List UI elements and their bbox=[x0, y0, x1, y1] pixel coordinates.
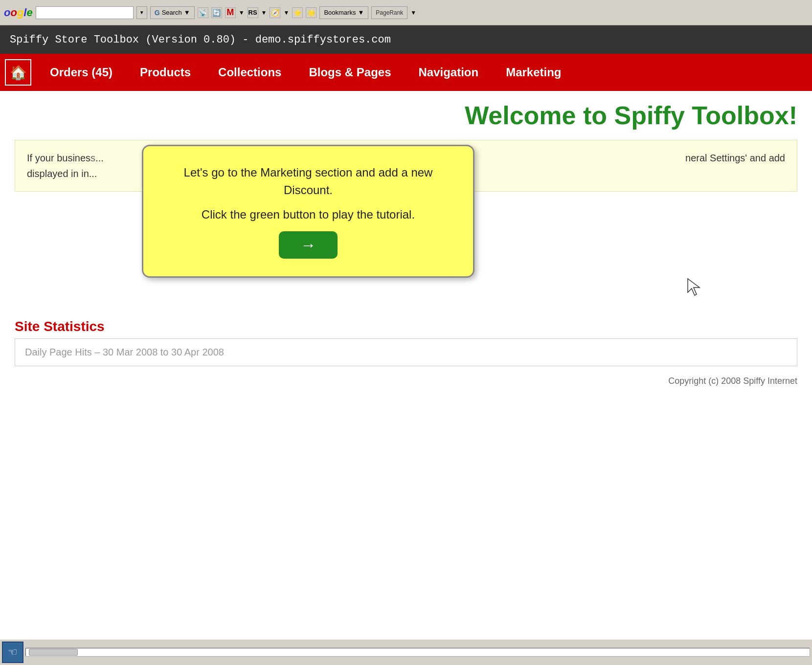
bookmarks-label: Bookmarks bbox=[324, 9, 356, 16]
rs-dropdown-icon[interactable]: ▼ bbox=[261, 9, 267, 16]
search-dropdown[interactable]: ▼ bbox=[136, 6, 147, 19]
tooltip-line2: Click the green button to play the tutor… bbox=[163, 206, 453, 223]
pagerank-box: PageRank bbox=[371, 6, 407, 19]
bookmarks-dropdown-icon: ▼ bbox=[358, 9, 364, 16]
rs-icon[interactable]: RS bbox=[248, 7, 258, 18]
nav-marketing[interactable]: Marketing bbox=[492, 54, 575, 91]
stats-label: Daily Page Hits – 30 Mar 2008 to 30 Apr … bbox=[25, 347, 224, 357]
nav-blogs[interactable]: Blogs & Pages bbox=[295, 54, 405, 91]
main-content: Welcome to Spiffy Toolbox! If your busin… bbox=[0, 91, 812, 396]
bookmark-star-icon[interactable]: ⭐ bbox=[292, 7, 303, 18]
mail-icon[interactable]: M bbox=[225, 7, 236, 18]
refresh-icon[interactable]: 🔄 bbox=[211, 7, 222, 18]
pagerank-label: PageRank bbox=[376, 9, 403, 16]
welcome-title: Welcome to Spiffy Toolbox! bbox=[15, 101, 797, 130]
google-logo: oogle bbox=[4, 6, 33, 19]
search-box bbox=[36, 6, 134, 19]
arrow-right-icon: → bbox=[300, 236, 316, 254]
svg-marker-0 bbox=[688, 279, 699, 295]
home-button[interactable]: 🏠 bbox=[5, 59, 31, 86]
tooltip-popup: Let's go to the Marketing section and ad… bbox=[142, 145, 474, 278]
star-icon2[interactable]: 🌟 bbox=[306, 7, 316, 18]
bookmarks-button[interactable]: Bookmarks ▼ bbox=[319, 6, 368, 19]
scroll-left-button[interactable]: ☜ bbox=[2, 642, 23, 663]
pagerank-dropdown-icon[interactable]: ▼ bbox=[410, 9, 416, 16]
nav-orders[interactable]: Orders (45) bbox=[36, 54, 126, 91]
nav-collections-label: Collections bbox=[218, 66, 281, 79]
info-text-middle: displayed in in bbox=[27, 168, 89, 179]
info-text-start: If your busines bbox=[27, 153, 90, 163]
scroll-thumb[interactable] bbox=[29, 649, 78, 656]
bottom-scrollbar: ☜ bbox=[0, 640, 812, 665]
nav-marketing-label: Marketing bbox=[506, 66, 561, 79]
tutorial-play-button[interactable]: → bbox=[279, 231, 338, 259]
nav-bar: 🏠 Orders (45) Products Collections Blogs… bbox=[0, 54, 812, 91]
search-input[interactable] bbox=[36, 9, 114, 16]
nav-products-label: Products bbox=[140, 66, 191, 79]
search-btn-label: Search bbox=[162, 9, 182, 16]
browser-toolbar: oogle ▼ G Search ▼ 📡 🔄 M ▼ RS ▼ 🧭 ▼ ⭐ 🌟 … bbox=[0, 0, 812, 25]
search-dropdown-icon: ▼ bbox=[184, 9, 190, 16]
copyright: Copyright (c) 2008 Spiffy Internet bbox=[15, 376, 797, 386]
hand-cursor-icon: ☜ bbox=[8, 646, 18, 659]
google-g-icon: G bbox=[155, 9, 160, 17]
nav-orders-label: Orders (45) bbox=[50, 66, 113, 79]
info-text-end: neral Settings' and add bbox=[685, 150, 785, 166]
nav-blogs-label: Blogs & Pages bbox=[309, 66, 391, 79]
stats-box: Daily Page Hits – 30 Mar 2008 to 30 Apr … bbox=[15, 338, 797, 366]
nav-products[interactable]: Products bbox=[126, 54, 204, 91]
nav-navigation-label: Navigation bbox=[418, 66, 478, 79]
tooltip-line1: Let's go to the Marketing section and ad… bbox=[163, 164, 453, 199]
mail-dropdown-icon[interactable]: ▼ bbox=[239, 9, 245, 16]
site-stats-header: Site Statistics bbox=[15, 319, 797, 334]
mouse-cursor bbox=[685, 277, 704, 296]
nav-collections[interactable]: Collections bbox=[204, 54, 295, 91]
title-text: Spiffy Store Toolbox (Version 0.80) - de… bbox=[10, 34, 391, 46]
antenna-icon[interactable]: 📡 bbox=[198, 7, 208, 18]
scroll-track[interactable] bbox=[25, 648, 810, 657]
nav-icon[interactable]: 🧭 bbox=[270, 7, 280, 18]
nav-dropdown-icon[interactable]: ▼ bbox=[283, 9, 289, 16]
home-icon: 🏠 bbox=[10, 65, 27, 81]
search-button[interactable]: G Search ▼ bbox=[150, 6, 195, 19]
title-bar: Spiffy Store Toolbox (Version 0.80) - de… bbox=[0, 25, 812, 54]
nav-navigation[interactable]: Navigation bbox=[405, 54, 492, 91]
